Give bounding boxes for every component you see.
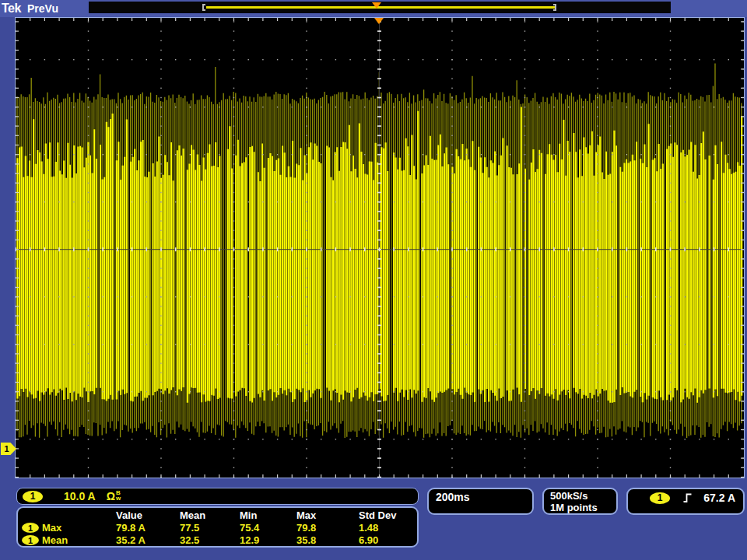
- horizontal-scale-readout: 200ms: [427, 488, 534, 515]
- measurement-mean: 32.5: [180, 534, 199, 546]
- waveform-canvas: [16, 18, 744, 478]
- trigger-position-icon: [374, 18, 384, 24]
- channel-badge: 1: [22, 523, 39, 533]
- measurement-panel: Value Mean Min Max Std Dev 1Max79.8 A77.…: [16, 506, 419, 548]
- measurement-row: 1Mean35.2 A32.512.935.86.90: [18, 534, 417, 547]
- channel1-ground-label: 1: [4, 444, 9, 453]
- col-header-min: Min: [240, 509, 257, 521]
- measurement-header-row: Value Mean Min Max Std Dev: [18, 509, 417, 522]
- measurement-max: 79.8: [296, 522, 316, 534]
- channel-badge: 1: [22, 535, 39, 545]
- trigger-level: 67.2 A: [703, 492, 735, 504]
- record-window-left-bracket: [202, 4, 205, 11]
- top-status-bar: Tek PreVu: [0, 0, 747, 17]
- acquisition-mode-label: PreVu: [27, 2, 58, 15]
- channel-scale: 10.0 A: [64, 490, 96, 502]
- channel1-readout: 1 10.0 A Ω B w: [16, 488, 419, 505]
- channel1-ground-marker: 1: [1, 443, 16, 455]
- measurement-stddev: 1.48: [359, 522, 378, 534]
- measurement-min: 75.4: [240, 522, 259, 534]
- measurement-stddev: 6.90: [359, 534, 378, 546]
- col-header-stddev: Std Dev: [359, 509, 396, 521]
- waveform-display: [15, 17, 745, 478]
- channel-badge: 1: [23, 491, 43, 502]
- bw-bottom: w: [116, 495, 121, 501]
- sample-rate: 500kS/s: [550, 490, 598, 502]
- record-view-bar: [89, 2, 671, 13]
- measurement-name: Mean: [42, 534, 68, 546]
- col-header-mean: Mean: [180, 509, 205, 521]
- measurement-name: Max: [42, 522, 61, 534]
- channel-coupling: Ω: [107, 490, 115, 502]
- measurement-value: 79.8 A: [116, 522, 146, 534]
- record-window-right-bracket: [553, 4, 556, 11]
- acquisition-readout: 500kS/s 1M points: [542, 488, 618, 515]
- measurement-mean: 77.5: [180, 522, 199, 534]
- measurement-max: 35.8: [296, 534, 316, 546]
- trigger-readout: 1 67.2 A: [626, 488, 745, 515]
- timebase-value: 200ms: [436, 491, 470, 503]
- measurement-min: 12.9: [240, 534, 259, 546]
- trigger-position-icon: [372, 2, 381, 9]
- col-header-value: Value: [116, 509, 142, 521]
- measurement-row: 1Max79.8 A77.575.479.81.48: [18, 522, 417, 534]
- record-length: 1M points: [550, 502, 598, 513]
- col-header-max: Max: [296, 509, 316, 521]
- brand-logo: Tek: [2, 2, 21, 16]
- rising-edge-icon: [682, 492, 693, 503]
- bandwidth-limit-icon: B w: [116, 490, 121, 501]
- measurement-value: 35.2 A: [116, 534, 146, 546]
- trigger-channel-badge: 1: [650, 492, 670, 504]
